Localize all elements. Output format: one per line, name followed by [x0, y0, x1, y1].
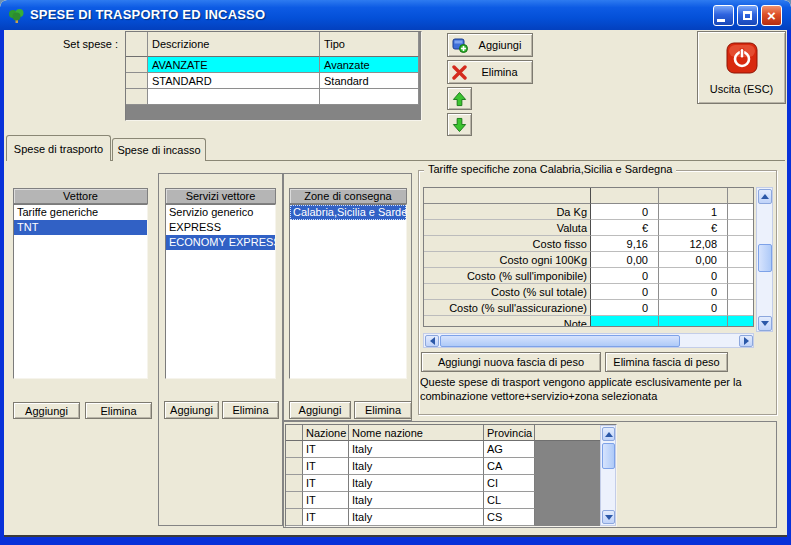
row-selector[interactable]	[126, 89, 148, 105]
minimize-button[interactable]	[713, 5, 734, 26]
set-spese-descrizione-cell[interactable]: AVANZATE	[148, 57, 320, 73]
set-spese-col-tipo[interactable]: Tipo	[320, 32, 419, 57]
province-nome-cell[interactable]: Italy	[349, 509, 484, 526]
add-fascia-peso-button[interactable]: Aggiungi nuova fascia di peso	[421, 352, 601, 372]
province-col-provincia[interactable]: Provincia	[484, 425, 535, 441]
close-button[interactable]: ×	[761, 5, 782, 26]
province-row[interactable]: IT Italy CI	[286, 475, 600, 492]
tariffe-value-cell[interactable]	[728, 204, 753, 220]
province-nazione-cell[interactable]: IT	[303, 509, 349, 526]
province-nazione-cell[interactable]: IT	[303, 492, 349, 509]
set-spese-descrizione-cell[interactable]: STANDARD	[148, 73, 320, 89]
vettore-add-button[interactable]: Aggiungi	[13, 402, 80, 419]
set-spese-move-up-button[interactable]	[447, 87, 472, 110]
hscroll-thumb[interactable]	[440, 335, 680, 347]
tariffe-value-cell[interactable]: 0	[591, 300, 659, 316]
row-selector[interactable]	[286, 509, 303, 526]
province-col-nome-nazione[interactable]: Nome nazione	[349, 425, 484, 441]
tariffe-value-cell[interactable]	[728, 268, 753, 284]
province-provincia-cell[interactable]: CL	[484, 492, 535, 509]
province-nazione-cell[interactable]: IT	[303, 441, 349, 458]
zone-item-selected[interactable]: Calabria,Sicilia e Sardegna	[290, 205, 406, 220]
vettore-delete-button[interactable]: Elimina	[85, 402, 152, 419]
maximize-button[interactable]	[737, 5, 758, 26]
tariffe-value-cell[interactable]: 0,00	[659, 252, 728, 268]
set-spese-move-down-button[interactable]	[447, 113, 472, 136]
province-nome-cell[interactable]: Italy	[349, 492, 484, 509]
vscroll-thumb[interactable]	[758, 244, 772, 272]
tariffe-value-cell[interactable]: 0	[659, 300, 728, 316]
tariffe-value-cell[interactable]	[659, 316, 728, 327]
scroll-down-button[interactable]	[602, 510, 615, 524]
tariffe-vscrollbar[interactable]	[756, 187, 773, 332]
province-col-nazione[interactable]: Nazione	[303, 425, 349, 441]
province-row[interactable]: IT Italy CS	[286, 509, 600, 526]
set-spese-tipo-cell[interactable]: Standard	[320, 73, 419, 89]
zone-list-header[interactable]: Zone di consegna	[289, 188, 407, 204]
province-row[interactable]: IT Italy AG	[286, 441, 600, 458]
row-selector[interactable]	[286, 492, 303, 509]
set-spese-tipo-cell[interactable]	[320, 89, 419, 105]
zone-list[interactable]: Calabria,Sicilia e Sardegna	[289, 204, 407, 379]
tab-spese-di-trasporto[interactable]: Spese di trasporto	[6, 135, 111, 161]
scroll-up-button[interactable]	[758, 189, 772, 204]
scroll-left-button[interactable]	[425, 335, 439, 347]
province-provincia-cell[interactable]: CA	[484, 458, 535, 475]
row-selector[interactable]	[126, 57, 148, 73]
set-spese-col-descrizione[interactable]: Descrizione	[148, 32, 320, 57]
province-provincia-cell[interactable]: AG	[484, 441, 535, 458]
vettore-item-selected[interactable]: TNT	[14, 220, 147, 235]
province-nazione-cell[interactable]: IT	[303, 475, 349, 492]
scroll-right-button[interactable]	[739, 335, 753, 347]
tariffe-value-cell[interactable]: 1	[659, 204, 728, 220]
tariffe-value-cell[interactable]	[728, 300, 753, 316]
row-selector[interactable]	[126, 73, 148, 89]
servizi-list[interactable]: Servizio generico EXPRESS ECONOMY EXPRES…	[165, 204, 276, 379]
set-spese-empty-row[interactable]	[126, 89, 421, 105]
tab-spese-di-incasso[interactable]: Spese di incasso	[112, 138, 206, 161]
province-nome-cell[interactable]: Italy	[349, 458, 484, 475]
tariffe-value-cell[interactable]: 0,00	[591, 252, 659, 268]
set-spese-delete-button[interactable]: Elimina	[447, 60, 533, 84]
tariffe-value-cell[interactable]: 12,08	[659, 236, 728, 252]
set-spese-add-button[interactable]: Aggiungi	[447, 33, 533, 57]
tariffe-value-cell[interactable]: €	[591, 220, 659, 236]
vettore-item[interactable]: Tariffe generiche	[14, 205, 147, 220]
servizi-add-button[interactable]: Aggiungi	[164, 401, 219, 419]
tariffe-grid[interactable]: Da Kg 0 1 Valuta € € Costo fisso 9,16 12…	[423, 187, 754, 327]
province-provincia-cell[interactable]: CI	[484, 475, 535, 492]
tariffe-value-cell[interactable]: 0	[591, 204, 659, 220]
row-selector[interactable]	[286, 441, 303, 458]
row-selector[interactable]	[286, 475, 303, 492]
tariffe-value-cell[interactable]	[728, 252, 753, 268]
tariffe-value-cell[interactable]	[728, 236, 753, 252]
exit-button[interactable]: Uscita (ESC)	[697, 31, 786, 104]
province-nazione-cell[interactable]: IT	[303, 458, 349, 475]
set-spese-tipo-cell[interactable]: Avanzate	[320, 57, 419, 73]
province-row[interactable]: IT Italy CA	[286, 458, 600, 475]
servizi-list-header[interactable]: Servizi vettore	[165, 188, 276, 204]
province-nome-cell[interactable]: Italy	[349, 475, 484, 492]
province-row[interactable]: IT Italy CL	[286, 492, 600, 509]
tariffe-value-cell[interactable]: 0	[591, 268, 659, 284]
scroll-up-button[interactable]	[602, 427, 615, 441]
tariffe-value-cell[interactable]: 9,16	[591, 236, 659, 252]
set-spese-row[interactable]: AVANZATE Avanzate	[126, 57, 421, 73]
set-spese-row[interactable]: STANDARD Standard	[126, 73, 421, 89]
province-nome-cell[interactable]: Italy	[349, 441, 484, 458]
servizi-delete-button[interactable]: Elimina	[222, 401, 279, 419]
tariffe-hscrollbar[interactable]	[423, 333, 754, 348]
tariffe-value-cell[interactable]	[591, 316, 659, 327]
row-selector[interactable]	[286, 458, 303, 475]
province-provincia-cell[interactable]: CS	[484, 509, 535, 526]
servizi-item[interactable]: Servizio generico	[166, 205, 275, 220]
vscroll-thumb[interactable]	[602, 443, 615, 469]
province-vscrollbar[interactable]	[600, 425, 616, 526]
servizi-item[interactable]: EXPRESS	[166, 220, 275, 235]
set-spese-grid[interactable]: Descrizione Tipo AVANZATE Avanzate STAND…	[125, 31, 422, 121]
set-spese-descrizione-cell[interactable]	[148, 89, 320, 105]
tariffe-value-cell[interactable]: 0	[659, 284, 728, 300]
delete-fascia-peso-button[interactable]: Elimina fascia di peso	[605, 352, 728, 372]
tariffe-value-cell[interactable]	[728, 316, 753, 327]
titlebar[interactable]: SPESE DI TRASPORTO ED INCASSO ×	[0, 0, 791, 30]
